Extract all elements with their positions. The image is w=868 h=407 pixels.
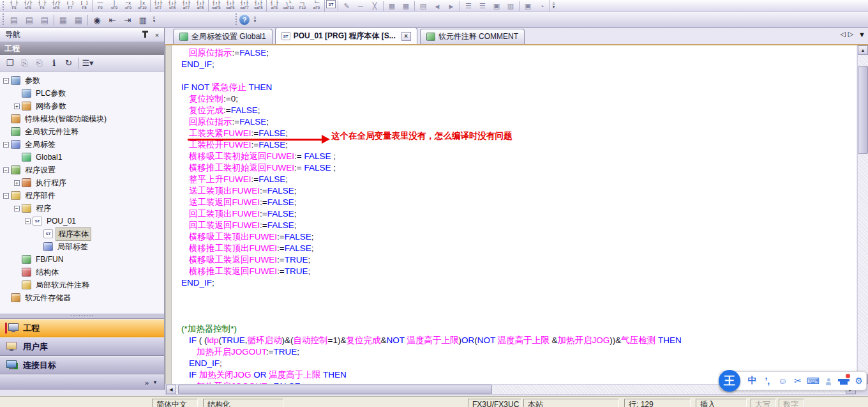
insert-row-below-icon[interactable]: ▤ [22,13,36,27]
tree-item-程序部件[interactable]: −程序部件 [0,189,164,202]
tree-item-参数[interactable]: −参数 [0,74,164,87]
ladder-button-F6[interactable]: ┤ ├F6 [35,0,49,12]
ladder-button-aF9[interactable]: └─aF9 [310,0,324,12]
tree-add-icon[interactable]: ☰ [462,0,475,12]
vertical-scroll-thumb[interactable] [858,66,868,154]
tab-软元件注释 COMMENT[interactable]: 软元件注释 COMMENT [420,29,525,44]
ladder-button-caF10[interactable]: ┐└caF10 [281,0,296,12]
tree-item-软元件存储器[interactable]: 软元件存储器 [0,291,164,304]
toolbar-overflow-button[interactable]: ≡▼ [151,17,158,23]
tree-item-程序[interactable]: −程序 [0,202,164,215]
skin-shirt-icon[interactable] [836,373,851,388]
edit-wire-icon[interactable]: ✎ [340,0,353,12]
sort-filter-icon[interactable]: ☰▾ [81,56,94,70]
tab-list-dropdown-icon[interactable]: ▼ [858,31,865,38]
edit-range-icon[interactable]: ▦ [71,13,86,27]
watch-icon[interactable]: ◔ [535,0,548,12]
find-next-icon[interactable]: ► [445,0,458,12]
insert-row-above-icon[interactable]: ▤ [7,13,21,27]
ladder-button-saF6[interactable]: ┤↓├saF6 [223,0,237,12]
tree-item-特殊模块(智能功能模块)[interactable]: 特殊模块(智能功能模块) [0,112,164,125]
ladder-button-saF8[interactable]: ┤↓├saF8 [251,0,266,12]
tab-close-icon[interactable]: × [401,32,411,41]
delete-row-icon[interactable]: ▤ [38,13,52,27]
tree-check-icon[interactable]: ☰ [476,0,489,12]
tree-item-执行程序[interactable]: +执行程序 [0,176,164,189]
edit-cell-icon[interactable]: ▦ [56,13,70,27]
import-page-icon[interactable]: ⇤ [105,13,119,27]
ladder-button-saF5[interactable]: ┤↑├saF5 [209,0,223,12]
collapse-expander-icon[interactable]: − [3,78,9,84]
ladder-button-F7[interactable]: ( )F7 [63,0,77,12]
draw-line-icon[interactable]: ─ [354,0,367,12]
tree-item-局部软元件注释[interactable]: 局部软元件注释 [0,279,164,291]
tree-item-结构体[interactable]: 结构体 [0,266,164,279]
device-display-icon[interactable]: ▦ [385,0,398,12]
ladder-button-sF5[interactable]: ┤/├sF5 [21,0,35,12]
view-button-用户库[interactable]: 用户库 [0,337,164,356]
tree-item-FB/FUN[interactable]: FB/FUN [0,253,164,266]
punctuation-mode-icon[interactable]: ’, [760,373,775,388]
collapse-expander-icon[interactable]: − [3,167,9,173]
ladder-button-aF5[interactable]: ┤ ├aF5 [267,0,281,12]
vertical-scrollbar[interactable]: ▲ ▼ [857,45,868,384]
inline-st-icon[interactable]: ST [326,0,336,8]
scroll-up-icon[interactable]: ▲ [858,45,868,55]
ladder-button-aF7[interactable]: ┤↑├aF7 [179,0,193,12]
toolbar-grip[interactable] [2,13,5,26]
ladder-button-F5[interactable]: ┤ ├F5 [7,0,21,12]
collapse-chevron-icon[interactable]: ▼ [153,380,158,385]
ladder-button-cF9[interactable]: ─xcF9 [121,0,135,12]
tree-item-程序设置[interactable]: −程序设置 [0,164,164,176]
expand-expander-icon[interactable]: + [14,104,20,109]
tree-item-PLC参数[interactable]: PLC参数 [0,87,164,100]
tab-全局标签设置 Global1[interactable]: 全局标签设置 Global1 [173,29,273,44]
delete-line-icon[interactable]: ╳ [368,0,381,12]
tree-item-全局标签[interactable]: −全局标签 [0,138,164,151]
tab-POU_01 [PRG] 程序本体 [S...[interactable]: STPOU_01 [PRG] 程序本体 [S...× [275,27,417,44]
ladder-button-aF8[interactable]: ┤↓├aF8 [193,0,207,12]
ime-logo-icon[interactable]: 王 [719,370,740,392]
st-code-editor[interactable]: 回原位指示:=FALSE;END_IF;IF NOT 紧急停止 THEN复位控制… [165,45,857,384]
snapshot-icon[interactable]: ▣ [521,0,534,12]
panel-splitter[interactable]: ········· [0,313,164,319]
toolbar-overflow-button[interactable]: ≡▼ [251,17,258,23]
view-button-连接目标[interactable]: 连接目标 [0,356,164,374]
toolbar-grip[interactable] [2,1,5,10]
scroll-tabs-left-icon[interactable]: ◁ [840,30,845,38]
settings-gear-icon[interactable]: ⚙ [851,373,866,388]
ladder-button-sF9[interactable]: │ sF9 [107,0,121,12]
toolbar-grip[interactable] [235,13,238,26]
ladder-button-saF7[interactable]: ┤↑├saF7 [237,0,251,12]
clipboard-scissors-icon[interactable]: ✂ [791,373,805,388]
collapse-expander-icon[interactable]: − [14,206,20,211]
collapse-expander-icon[interactable]: − [25,219,31,224]
device-batch-icon[interactable]: ▦ [400,0,412,12]
tree-item-Global1[interactable]: Global1 [0,151,164,164]
ladder-button-F10[interactable]: ─┐F10 [296,0,310,12]
tree-item-网络参数[interactable]: +网络参数 [0,100,164,112]
expand-expander-icon[interactable]: + [14,180,20,186]
close-icon[interactable]: × [152,30,162,40]
paste-icon[interactable]: ⎗ [33,56,46,70]
collapse-expander-icon[interactable]: − [3,142,9,148]
find-prev-icon[interactable]: ◄ [431,0,444,12]
expand-buttons-icon[interactable]: » [145,379,149,387]
export-page-icon[interactable]: ⇥ [121,13,135,27]
toolbar-overflow-button[interactable]: ≡▼ [550,0,557,12]
view-button-工程[interactable]: 工程 [0,319,164,337]
emoji-icon[interactable]: ☺ [775,373,790,388]
tree-item-全局软元件注释[interactable]: 全局软元件注释 [0,125,164,138]
horizontal-scroll-thumb[interactable] [178,385,492,394]
soft-keyboard-icon[interactable]: ⌨ [806,373,821,388]
delete-page-icon[interactable]: ▥ [136,13,150,27]
global-refresh-icon[interactable]: ◉ [90,13,104,27]
ladder-button-sF8[interactable]: ┤↓├sF8 [165,0,179,12]
scroll-left-icon[interactable]: ◀ [166,385,176,394]
copy-icon[interactable]: ⎘ [18,56,31,70]
ladder-button-sF6[interactable]: ┤/├sF6 [49,0,63,12]
new-item-icon[interactable]: ❐ [3,56,17,70]
device-list-icon[interactable]: ▥ [504,0,517,12]
chinese-mode-icon[interactable]: 中 [745,373,760,388]
cross-reference-icon[interactable]: ▣ [490,0,503,12]
